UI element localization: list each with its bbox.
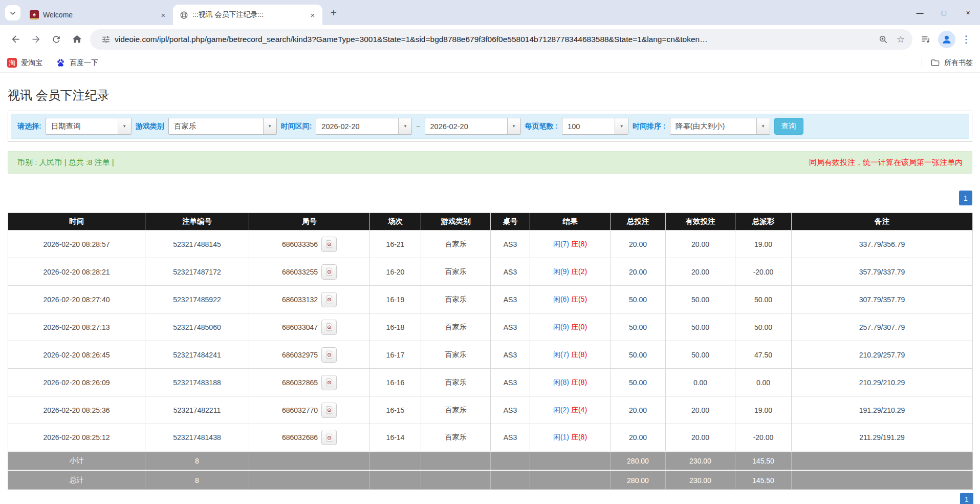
summary-cell (249, 452, 370, 471)
video-replay-button[interactable] (321, 292, 337, 307)
search-button[interactable]: 查询 (774, 118, 803, 135)
tab-title: Welcome (43, 11, 154, 19)
cell-table: AS3 (491, 369, 530, 396)
browser-menu-icon[interactable]: ⋮ (957, 31, 975, 48)
video-replay-button[interactable] (321, 430, 337, 445)
page-1-button-bottom[interactable]: 1 (960, 493, 973, 504)
forward-button[interactable] (26, 29, 46, 50)
summary-cell (491, 452, 530, 471)
bookmark-label: 爱淘宝 (21, 58, 42, 68)
summary-cell (530, 452, 611, 471)
query-type-value: 日期查询 (46, 121, 118, 131)
cell-table: AS3 (491, 341, 530, 369)
page-1-button[interactable]: 1 (959, 191, 972, 205)
reload-button[interactable] (46, 29, 67, 50)
page-size-select[interactable]: 100 ▼ (562, 118, 628, 135)
cell-time: 2026-02-20 08:28:57 (8, 230, 145, 258)
dropdown-arrow-icon: ▼ (398, 118, 411, 134)
page-content: 视讯 会员下注纪录 请选择: 日期查询 ▼ 游戏类别 百家乐 ▼ 时间区间: 2… (0, 87, 980, 490)
video-replay-icon (325, 433, 334, 442)
bookmark-aitaobao[interactable]: 淘 爱淘宝 (7, 58, 42, 68)
cell-total-bet[interactable]: 50.00 (611, 369, 666, 396)
banker-result: 庄(8) (571, 433, 587, 441)
currency-summary-text: 币别 : 人民币 | 总共 :8 注单 | (17, 158, 114, 167)
tab-welcome[interactable]: ♠ Welcome × (24, 5, 173, 25)
bookmark-star-icon[interactable]: ☆ (892, 31, 909, 48)
bookmarks-bar: 淘 爱淘宝 百度一下 所有书签 (0, 53, 980, 73)
cell-result: 闲(9) 庄(0) (530, 313, 611, 341)
video-replay-icon (325, 240, 334, 248)
cell-result: 闲(8) 庄(8) (530, 369, 611, 396)
cell-session: 16-19 (370, 286, 421, 313)
round-wrap: 686033047 (282, 320, 337, 335)
cell-time: 2026-02-20 08:26:45 (8, 341, 145, 369)
cell-result: 闲(6) 庄(5) (530, 286, 611, 313)
round-wrap: 686033132 (282, 292, 337, 307)
cell-total-bet[interactable]: 20.00 (611, 424, 666, 452)
round-number: 686032865 (282, 379, 318, 387)
cell-total-bet[interactable]: 20.00 (611, 258, 666, 286)
player-result: 闲(6) (553, 295, 569, 303)
new-tab-button[interactable]: + (325, 5, 342, 21)
site-settings-tune-icon[interactable] (97, 31, 115, 48)
cell-bet-id: 523217488145 (145, 230, 249, 258)
tab-close-icon[interactable]: × (158, 9, 169, 20)
back-button[interactable] (5, 29, 26, 50)
cell-session: 16-20 (370, 258, 421, 286)
summary-cell (792, 452, 973, 471)
summary-cell: 230.00 (666, 471, 735, 490)
bookmark-baidu[interactable]: 百度一下 (56, 58, 98, 68)
column-header: 场次 (370, 213, 421, 230)
filter-bar: 请选择: 日期查询 ▼ 游戏类别 百家乐 ▼ 时间区间: 2026-02-20 … (11, 114, 969, 139)
cell-payout: 19.00 (735, 230, 792, 258)
zoom-icon[interactable] (875, 31, 892, 48)
all-bookmarks-button[interactable]: 所有书签 (930, 58, 973, 68)
folder-icon (930, 58, 940, 68)
profile-avatar[interactable] (938, 31, 955, 48)
date-to-select[interactable]: 2026-02-20 ▼ (425, 118, 521, 135)
window-maximize-button[interactable]: □ (932, 0, 956, 25)
address-bar[interactable]: videoie.com/ipl/portal.php/game/betrecor… (90, 29, 912, 50)
dropdown-arrow-icon: ▼ (263, 118, 276, 134)
cell-valid-bet: 20.00 (666, 396, 735, 424)
tab-betrecord[interactable]: :::视讯 会员下注纪录::: × (173, 5, 322, 25)
home-button[interactable] (67, 29, 87, 50)
cell-total-bet[interactable]: 50.00 (611, 341, 666, 369)
video-replay-button[interactable] (321, 264, 337, 280)
round-number: 686033356 (282, 240, 318, 248)
dropdown-arrow-icon: ▼ (118, 118, 131, 134)
dropdown-arrow-icon: ▼ (756, 118, 770, 134)
window-close-button[interactable]: × (956, 0, 980, 25)
cell-note: 191.29/210.29 (792, 396, 973, 424)
cell-note: 357.79/337.79 (792, 258, 973, 286)
player-result: 闲(1) (553, 433, 569, 441)
media-controls-icon[interactable] (916, 29, 936, 50)
video-replay-button[interactable] (321, 347, 337, 363)
pagination-top: 1 (8, 191, 972, 205)
cell-total-bet[interactable]: 50.00 (611, 313, 666, 341)
summary-cell: 280.00 (611, 471, 666, 490)
cell-table: AS3 (491, 396, 530, 424)
video-replay-button[interactable] (321, 375, 337, 390)
round-wrap: 686033356 (282, 237, 337, 252)
tab-close-icon[interactable]: × (307, 9, 318, 20)
cell-round: 686033356 (249, 230, 370, 258)
video-replay-button[interactable] (321, 237, 337, 252)
sort-select[interactable]: 降幂(由大到小) ▼ (670, 118, 770, 135)
tab-search-button[interactable] (5, 5, 20, 20)
cell-total-bet[interactable]: 20.00 (611, 230, 666, 258)
video-replay-button[interactable] (321, 403, 337, 418)
date-from-select[interactable]: 2026-02-20 ▼ (316, 118, 412, 135)
round-wrap: 686032865 (282, 375, 337, 390)
video-replay-button[interactable] (321, 320, 337, 335)
query-type-select[interactable]: 日期查询 ▼ (46, 118, 132, 135)
column-header: 有效投注 (666, 213, 735, 230)
cell-note: 211.29/191.29 (792, 424, 973, 452)
game-type-select[interactable]: 百家乐 ▼ (168, 118, 277, 135)
cell-total-bet[interactable]: 50.00 (611, 286, 666, 313)
cell-round: 686032770 (249, 396, 370, 424)
window-minimize-button[interactable]: — (908, 0, 932, 25)
cell-bet-id: 523217487172 (145, 258, 249, 286)
cell-total-bet[interactable]: 20.00 (611, 396, 666, 424)
player-result: 闲(9) (553, 323, 569, 331)
